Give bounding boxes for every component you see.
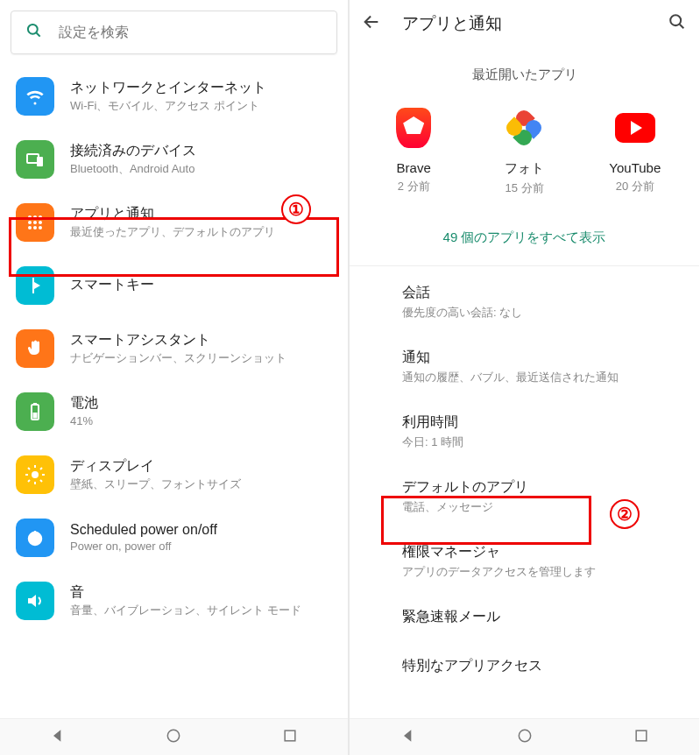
header: アプリと通知 — [350, 0, 699, 47]
recent-app-youtube[interactable]: YouTube 20 分前 — [580, 108, 689, 196]
svg-point-4 — [28, 215, 32, 219]
setting-sub: ナビゲーションバー、スクリーンショット — [70, 351, 332, 366]
search-bar[interactable]: 設定を検索 — [11, 11, 337, 54]
svg-point-9 — [39, 221, 42, 224]
detail-title: 利用時間 — [402, 413, 675, 432]
setting-title: Scheduled power on/off — [70, 522, 332, 538]
detail-sub: アプリのデータアクセスを管理します — [402, 564, 675, 580]
hand-icon — [16, 329, 54, 368]
nav-recent-icon[interactable] — [633, 727, 650, 748]
power-icon — [16, 519, 54, 557]
search-placeholder: 設定を検索 — [59, 24, 129, 42]
svg-line-24 — [28, 480, 30, 482]
svg-point-11 — [33, 226, 37, 229]
detail-sub: 今日: 1 時間 — [402, 434, 675, 450]
back-icon[interactable] — [362, 12, 381, 35]
svg-rect-16 — [33, 413, 38, 419]
detail-title: 特別なアプリアクセス — [402, 657, 675, 675]
app-time: 15 分前 — [470, 180, 579, 196]
svg-line-22 — [28, 468, 30, 469]
setting-scheduled-power[interactable]: Scheduled power on/offPower on, power of… — [0, 506, 348, 569]
svg-point-28 — [168, 730, 180, 741]
nav-back-icon[interactable] — [49, 727, 67, 748]
app-name: YouTube — [580, 160, 689, 175]
recent-app-photos[interactable]: フォト 15 分前 — [470, 108, 579, 196]
app-name: Brave — [359, 160, 469, 175]
recent-app-brave[interactable]: Brave 2 分前 — [359, 108, 469, 196]
detail-list: 会話 優先度の高い会話: なし 通知 通知の履歴、バブル、最近送信された通知 利… — [350, 266, 699, 695]
setting-title: スマートアシスタント — [70, 331, 332, 349]
nav-back-icon[interactable] — [399, 727, 417, 748]
detail-permissions[interactable]: 権限マネージャ アプリのデータアクセスを管理します — [350, 529, 699, 594]
setting-title: 音 — [70, 583, 332, 602]
detail-emergency-alerts[interactable]: 緊急速報メール — [350, 594, 699, 643]
detail-title: 緊急速報メール — [402, 608, 675, 626]
setting-title: ディスプレイ — [70, 457, 332, 476]
setting-devices[interactable]: 接続済みのデバイスBluetooth、Android Auto — [0, 128, 348, 191]
battery-icon — [16, 392, 54, 431]
annotation-badge-1: ① — [281, 194, 311, 224]
setting-assistant[interactable]: スマートアシスタントナビゲーションバー、スクリーンショット — [0, 317, 348, 380]
detail-title: 会話 — [402, 284, 675, 302]
page-title: アプリと通知 — [402, 12, 668, 35]
show-all-apps-link[interactable]: 49 個のアプリをすべて表示 — [350, 217, 699, 265]
svg-point-5 — [33, 215, 37, 219]
setting-display[interactable]: ディスプレイ壁紙、スリープ、フォントサイズ — [0, 443, 348, 506]
app-name: フォト — [470, 160, 579, 177]
nav-recent-icon[interactable] — [281, 727, 299, 748]
app-time: 2 分前 — [359, 179, 469, 194]
youtube-icon — [615, 108, 655, 148]
setting-sub: Power on, power off — [70, 540, 332, 554]
svg-rect-29 — [285, 730, 295, 741]
svg-point-17 — [32, 471, 39, 478]
app-time: 20 分前 — [580, 179, 689, 194]
search-icon[interactable] — [668, 12, 687, 35]
brave-icon — [393, 108, 434, 148]
detail-screentime[interactable]: 利用時間 今日: 1 時間 — [350, 399, 699, 464]
nav-home-icon[interactable] — [165, 727, 182, 748]
detail-title: デフォルトのアプリ — [402, 478, 675, 497]
display-icon — [16, 455, 54, 494]
nav-bar — [350, 718, 699, 755]
svg-point-33 — [519, 730, 530, 741]
svg-rect-3 — [37, 157, 43, 166]
setting-sub: Wi-Fi、モバイル、アクセス ポイント — [70, 99, 332, 114]
detail-special-access[interactable]: 特別なアプリアクセス — [350, 643, 699, 692]
apps-icon — [16, 203, 54, 242]
apps-notifications-screen: アプリと通知 最近開いたアプリ Brave 2 分前 フォト 15 分前 You… — [350, 0, 699, 755]
svg-line-25 — [40, 468, 42, 469]
sound-icon — [16, 582, 54, 620]
photos-icon — [504, 108, 544, 148]
nav-home-icon[interactable] — [516, 727, 534, 748]
svg-rect-15 — [33, 403, 37, 405]
detail-conversations[interactable]: 会話 優先度の高い会話: なし — [350, 270, 699, 335]
detail-notifications[interactable]: 通知 通知の履歴、バブル、最近送信された通知 — [350, 335, 699, 399]
setting-network[interactable]: ネットワークとインターネットWi-Fi、モバイル、アクセス ポイント — [0, 65, 348, 128]
search-icon — [25, 22, 43, 43]
setting-sub: 最近使ったアプリ、デフォルトのアプリ — [70, 225, 332, 240]
svg-point-10 — [28, 226, 32, 229]
detail-sub: 優先度の高い会話: なし — [402, 305, 675, 321]
setting-title: ネットワークとインターネット — [70, 79, 332, 97]
svg-line-32 — [680, 25, 684, 29]
settings-list: ネットワークとインターネットWi-Fi、モバイル、アクセス ポイント 接続済みの… — [0, 65, 348, 632]
setting-title: 接続済みのデバイス — [70, 142, 332, 160]
setting-smartkey[interactable]: スマートキー — [0, 254, 348, 317]
svg-rect-34 — [636, 730, 647, 741]
svg-line-1 — [37, 33, 40, 37]
detail-default-apps[interactable]: デフォルトのアプリ 電話、メッセージ — [350, 464, 699, 529]
annotation-badge-2: ② — [610, 499, 640, 529]
detail-title: 通知 — [402, 349, 675, 367]
setting-sub: Bluetooth、Android Auto — [70, 162, 332, 177]
setting-sub: 音量、バイブレーション、サイレント モード — [70, 603, 332, 618]
detail-title: 権限マネージャ — [402, 543, 675, 561]
nav-bar — [0, 718, 348, 755]
detail-sub: 通知の履歴、バブル、最近送信された通知 — [402, 370, 675, 385]
setting-battery[interactable]: 電池41% — [0, 380, 348, 443]
setting-sub: 壁紙、スリープ、フォントサイズ — [70, 477, 332, 492]
svg-point-8 — [33, 221, 37, 224]
setting-sound[interactable]: 音音量、バイブレーション、サイレント モード — [0, 569, 348, 632]
svg-point-6 — [39, 215, 42, 219]
recent-apps-heading: 最近開いたアプリ — [350, 47, 699, 99]
svg-rect-13 — [32, 278, 34, 293]
